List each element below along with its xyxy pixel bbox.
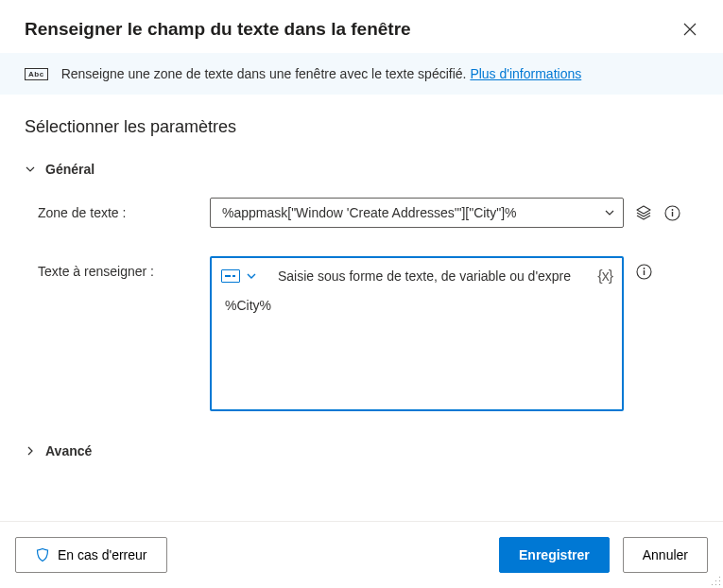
textbox-dropdown[interactable]: %appmask["Window 'Create Addresses'"]["C… bbox=[210, 198, 624, 228]
ui-element-picker-button[interactable] bbox=[635, 198, 652, 228]
more-info-link[interactable]: Plus d'informations bbox=[470, 66, 581, 81]
general-label: Général bbox=[45, 162, 95, 177]
svg-rect-5 bbox=[643, 270, 644, 275]
resize-grip[interactable] bbox=[712, 577, 721, 586]
section-title: Sélectionner les paramètres bbox=[25, 117, 698, 137]
advanced-label: Avancé bbox=[45, 443, 92, 458]
general-accordion-header[interactable]: Général bbox=[25, 162, 698, 177]
text-to-fill-value: %City% bbox=[221, 298, 612, 313]
chevron-down-icon[interactable] bbox=[246, 270, 257, 282]
advanced-accordion-header[interactable]: Avancé bbox=[25, 443, 698, 458]
abc-icon: Abc bbox=[25, 68, 48, 80]
variable-picker-button[interactable]: {x} bbox=[597, 268, 612, 285]
info-icon bbox=[664, 205, 680, 221]
svg-point-1 bbox=[671, 209, 673, 211]
on-error-button[interactable]: En cas d'erreur bbox=[15, 537, 167, 573]
cancel-button[interactable]: Annuler bbox=[623, 537, 708, 573]
chevron-down-icon bbox=[25, 164, 36, 175]
save-button[interactable]: Enregistrer bbox=[499, 537, 610, 573]
textbox-param-label: Zone de texte : bbox=[38, 198, 210, 220]
text-to-fill-input[interactable]: Saisie sous forme de texte, de variable … bbox=[210, 256, 624, 411]
info-description: Renseigne une zone de texte dans une fen… bbox=[61, 66, 471, 81]
svg-point-4 bbox=[643, 268, 645, 269]
text-to-fill-label: Texte à renseigner : bbox=[38, 256, 210, 279]
close-button[interactable] bbox=[678, 17, 702, 42]
info-banner: Abc Renseigne une zone de texte dans une… bbox=[0, 53, 723, 95]
svg-rect-2 bbox=[671, 212, 672, 216]
shield-icon bbox=[35, 547, 50, 562]
input-type-icon bbox=[221, 269, 240, 283]
close-icon bbox=[683, 23, 697, 36]
chevron-down-icon bbox=[604, 207, 615, 218]
chevron-right-icon bbox=[25, 445, 36, 457]
dialog-footer: En cas d'erreur Enregistrer Annuler bbox=[0, 521, 723, 588]
textbox-info-button[interactable] bbox=[663, 198, 680, 228]
dialog-title: Renseigner le champ du texte dans la fen… bbox=[25, 19, 411, 40]
layers-icon bbox=[635, 204, 652, 221]
textbox-dropdown-value: %appmask["Window 'Create Addresses'"]["C… bbox=[222, 205, 604, 220]
on-error-label: En cas d'erreur bbox=[58, 547, 147, 562]
info-text: Renseigne une zone de texte dans une fen… bbox=[61, 66, 582, 81]
text-placeholder: Saisie sous forme de texte, de variable … bbox=[278, 268, 592, 284]
text-info-button[interactable] bbox=[635, 256, 652, 286]
info-icon bbox=[636, 264, 652, 280]
